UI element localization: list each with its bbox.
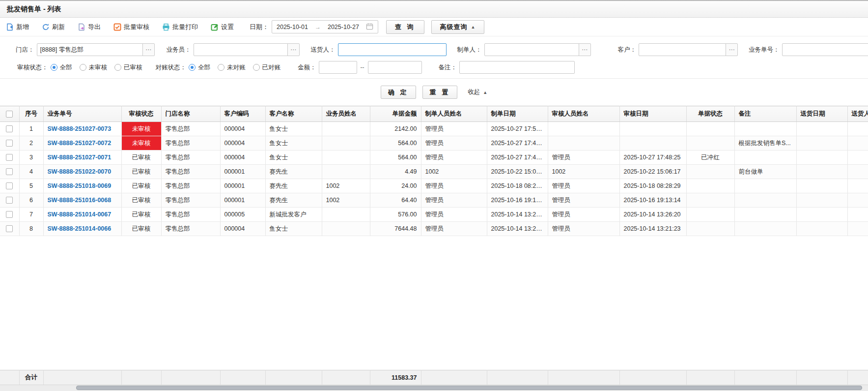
audit-status-option-label: 未审核 — [89, 63, 108, 72]
col-header-delivery-date[interactable]: 送货日期 — [796, 106, 847, 122]
collapse-toggle[interactable]: 收起 ▲ — [468, 88, 487, 96]
filter-store-input[interactable] — [37, 43, 143, 56]
refresh-button[interactable]: 刷新 — [42, 23, 65, 31]
batch-print-button[interactable]: 批量打印 — [162, 23, 198, 31]
cell-auditor: 管理员 — [548, 208, 619, 222]
order-number-link[interactable]: SW-8888-251027-0072 — [48, 140, 112, 147]
date-range-picker[interactable]: 2025-10-01 → 2025-10-27 — [272, 20, 378, 33]
amount-range-separator: -- — [361, 64, 364, 71]
query-button[interactable]: 查 询 — [386, 20, 424, 34]
filter-maker-label: 制单人： — [457, 46, 482, 54]
row-checkbox[interactable] — [6, 125, 13, 132]
row-checkbox[interactable] — [6, 182, 13, 189]
cell-customer-code: 000004 — [220, 136, 265, 150]
col-header-delivery-person[interactable]: 送货人 — [847, 106, 868, 122]
confirm-button[interactable]: 确 定 — [381, 86, 416, 99]
filter-row-2: 审核状态：全部未审核已审核 对账状态：全部未对账已对账 金额： -- 备注： — [0, 61, 868, 74]
settings-button[interactable]: 设置 — [211, 23, 234, 31]
cell-maker: 管理员 — [421, 208, 487, 222]
reconcile-status-radio-icon[interactable] — [253, 64, 260, 71]
batch-audit-button[interactable]: 批量审核 — [113, 23, 149, 31]
order-number-link[interactable]: SW-8888-251014-0067 — [48, 211, 112, 218]
row-checkbox[interactable] — [6, 168, 13, 175]
order-number-link[interactable]: SW-8888-251014-0066 — [48, 225, 112, 232]
audit-status-option-1[interactable]: 未审核 — [80, 63, 108, 72]
filter-store-lookup-button[interactable]: ⋯ — [142, 43, 155, 56]
reconcile-status-option-1[interactable]: 未对账 — [218, 63, 246, 72]
remark-input[interactable] — [459, 61, 575, 74]
cell-auditor: 管理员 — [548, 193, 619, 208]
filter-deliverer-input[interactable] — [338, 43, 447, 56]
row-checkbox[interactable] — [6, 197, 13, 204]
reconcile-status-radio-icon[interactable] — [218, 64, 224, 71]
reconcile-status-option-2[interactable]: 已对账 — [253, 63, 281, 72]
col-header-doc-status[interactable]: 单据状态 — [686, 106, 734, 122]
col-header-audit-date[interactable]: 审核日期 — [619, 106, 686, 122]
row-checkbox[interactable] — [6, 154, 13, 161]
audit-status-radio-icon[interactable] — [80, 64, 86, 71]
cell-delivery-date — [796, 122, 847, 136]
col-header-auditor[interactable]: 审核人员姓名 — [548, 106, 619, 122]
col-header-audit-status[interactable]: 审核状态 — [121, 106, 161, 122]
date-label: 日期： — [250, 23, 269, 31]
settings-button-label: 设置 — [221, 23, 234, 31]
advanced-query-button[interactable]: 高级查询 ▲ — [431, 20, 485, 34]
cell-delivery-date — [796, 150, 847, 165]
date-to-value[interactable]: 2025-10-27 — [328, 24, 359, 30]
filter-customer-label: 客户： — [618, 46, 637, 54]
order-number-link[interactable]: SW-8888-251027-0073 — [48, 125, 112, 132]
order-number-link[interactable]: SW-8888-251018-0069 — [48, 182, 112, 189]
filter-customer-input[interactable] — [639, 43, 726, 56]
row-checkbox[interactable] — [6, 225, 13, 232]
col-header-salesman[interactable]: 业务员姓名 — [322, 106, 370, 122]
cell-audit-date — [619, 122, 686, 136]
reconcile-status-option-0[interactable]: 全部 — [189, 63, 210, 72]
audit-status-radio-icon[interactable] — [114, 64, 121, 71]
filter-order-no-input[interactable] — [782, 43, 868, 56]
cell-customer-name: 新城批发客户 — [265, 208, 322, 222]
select-all-checkbox[interactable] — [6, 111, 13, 118]
cell-amount: 24.00 — [370, 179, 421, 193]
horizontal-scrollbar[interactable] — [0, 385, 868, 391]
table-row: 5SW-8888-251018-0069已审核零售总部000001赛先生1002… — [0, 179, 868, 193]
filter-maker-lookup-button[interactable]: ⋯ — [579, 43, 591, 56]
export-button[interactable]: 导出 — [78, 23, 101, 31]
row-checkbox[interactable] — [6, 140, 13, 147]
col-header-store-name[interactable]: 门店名称 — [161, 106, 220, 122]
col-header-no[interactable]: 序号 — [19, 106, 43, 122]
order-number-link[interactable]: SW-8888-251027-0071 — [48, 154, 112, 161]
batch-audit-button-label: 批量审核 — [124, 23, 149, 31]
col-header-customer-code[interactable]: 客户编码 — [220, 106, 265, 122]
col-header-make-date[interactable]: 制单日期 — [487, 106, 548, 122]
filter-maker-input[interactable] — [484, 43, 579, 56]
printer-icon — [162, 23, 170, 31]
col-header-amount[interactable]: 单据金额 — [370, 106, 421, 122]
cell-audit-status: 已审核 — [121, 208, 161, 222]
order-number-link[interactable]: SW-8888-251022-0070 — [48, 168, 112, 175]
cell-order-no: SW-8888-251027-0073 — [43, 122, 121, 136]
cell-delivery-date — [796, 165, 847, 179]
reset-button[interactable]: 重 置 — [422, 86, 458, 99]
filter-panel: 门店：⋯业务员：⋯送货人：制单人：⋯客户：⋯业务单号： 审核状态：全部未审核已审… — [0, 36, 868, 78]
col-header-order-no[interactable]: 业务单号 — [43, 106, 121, 122]
filter-customer-lookup-button[interactable]: ⋯ — [726, 43, 738, 56]
horizontal-scrollbar-thumb[interactable] — [76, 386, 862, 390]
row-checkbox[interactable] — [6, 211, 13, 218]
order-number-link[interactable]: SW-8888-251016-0068 — [48, 197, 112, 204]
col-header-maker[interactable]: 制单人员姓名 — [421, 106, 487, 122]
cell-remark: 前台做单 — [734, 165, 796, 179]
audit-status-option-2[interactable]: 已审核 — [114, 63, 142, 72]
col-header-customer-name[interactable]: 客户名称 — [265, 106, 322, 122]
amount-to-input[interactable] — [368, 61, 422, 74]
col-header-remark[interactable]: 备注 — [734, 106, 796, 122]
amount-from-input[interactable] — [319, 61, 357, 74]
amount-range-group: 金额： -- — [298, 61, 422, 74]
filter-salesman-input[interactable] — [194, 43, 288, 56]
reconcile-status-radio-icon[interactable] — [189, 64, 196, 71]
filter-salesman-lookup-button[interactable]: ⋯ — [287, 43, 300, 56]
date-from-value[interactable]: 2025-10-01 — [277, 24, 308, 30]
page-title-bar: 批发销售单 - 列表 — [0, 0, 868, 18]
add-button[interactable]: 新增 — [6, 23, 29, 31]
audit-status-option-0[interactable]: 全部 — [51, 63, 72, 72]
audit-status-radio-icon[interactable] — [51, 64, 57, 71]
